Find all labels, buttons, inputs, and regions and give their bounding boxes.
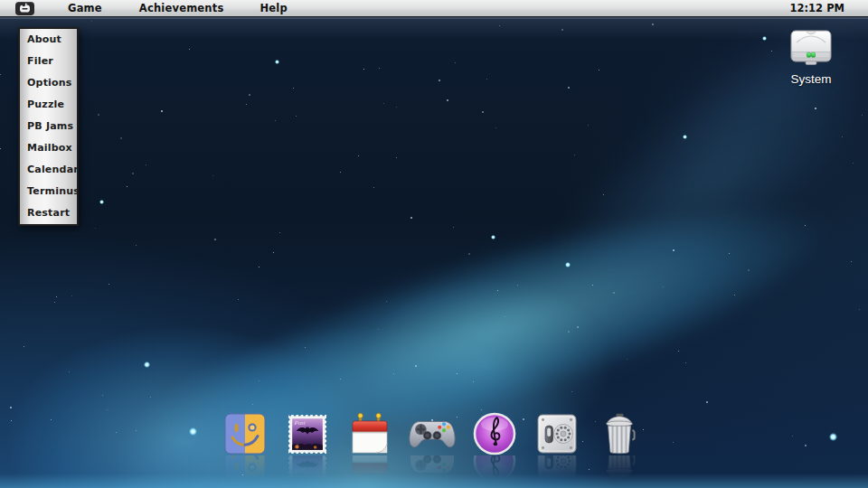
dock-item-game[interactable]	[410, 412, 454, 483]
filer-finder-icon	[223, 412, 267, 455]
svg-text:Post: Post	[294, 419, 306, 426]
game-controller-icon	[410, 412, 454, 455]
menu-bar: Game Achievements Help 12:12 PM	[0, 0, 868, 17]
system-icon-label: System	[783, 72, 839, 86]
dock-reflection: Post	[286, 455, 329, 483]
dock-item-trash[interactable]	[598, 412, 641, 483]
menu-achievements[interactable]: Achievements	[139, 0, 224, 16]
safe-vault-icon	[535, 412, 579, 455]
dock-reflection	[348, 455, 392, 483]
menu-item-options[interactable]: Options	[20, 72, 77, 94]
svg-text:Post: Post	[294, 469, 306, 475]
hard-drive-icon	[788, 27, 834, 67]
menu-item-about[interactable]: About	[20, 29, 77, 51]
apple-menu-dropdown: About Filer Options Puzzle PB Jams Mailb…	[18, 27, 79, 226]
menu-help[interactable]: Help	[259, 0, 287, 16]
trash-can-icon	[598, 412, 641, 455]
apple-menu-button[interactable]	[15, 2, 34, 15]
menu-item-calendar[interactable]: Calendar	[20, 159, 77, 181]
mail-stamp-icon: Post	[286, 412, 329, 455]
menu-game[interactable]: Game	[68, 0, 102, 16]
dock: Post	[223, 412, 641, 483]
menu-item-pb-jams[interactable]: PB Jams	[20, 116, 77, 137]
apple-logo-icon	[18, 3, 32, 14]
dock-item-mailbox[interactable]: Post	[286, 412, 329, 483]
menu-item-filer[interactable]: Filer	[20, 51, 77, 72]
dock-reflection	[410, 455, 454, 483]
dock-item-filer[interactable]	[223, 412, 267, 483]
dock-item-safe[interactable]	[535, 412, 579, 483]
desktop-screen: Game Achievements Help 12:12 PM About Fi…	[0, 0, 868, 488]
calendar-icon	[348, 412, 392, 455]
dock-reflection	[598, 455, 641, 483]
menu-item-terminus[interactable]: Terminus	[20, 181, 77, 202]
menu-item-puzzle[interactable]: Puzzle	[20, 94, 77, 116]
menu-item-restart[interactable]: Restart	[20, 202, 77, 224]
dock-item-pb-jams[interactable]	[473, 412, 516, 483]
dock-reflection	[535, 455, 579, 483]
dock-reflection	[223, 455, 267, 483]
dock-reflection	[473, 455, 516, 483]
music-treble-clef-icon	[473, 412, 516, 455]
menu-item-mailbox[interactable]: Mailbox	[20, 137, 77, 159]
desktop-icon-system[interactable]: System	[783, 27, 839, 86]
dock-item-calendar[interactable]	[348, 412, 392, 483]
menubar-clock: 12:12 PM	[790, 2, 844, 14]
